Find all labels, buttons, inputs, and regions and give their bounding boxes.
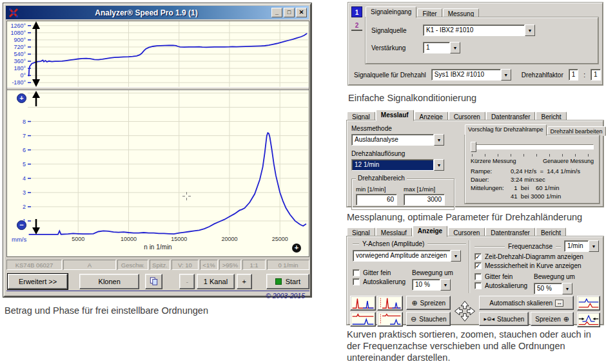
app-icon <box>8 8 19 18</box>
status-low: <1% <box>200 260 218 270</box>
start-button[interactable]: Start <box>266 274 309 289</box>
gitter-fein-right-checkbox[interactable] <box>474 273 482 280</box>
tab-cursoren[interactable]: Cursoren <box>449 111 485 121</box>
footer-divider <box>6 291 309 291</box>
tab-signal[interactable]: Signal <box>347 111 375 121</box>
sort-curves-side-by-side-button[interactable] <box>350 296 376 311</box>
chevron-down-icon[interactable]: ▼ <box>562 283 572 294</box>
tab-messlauf[interactable]: Messlauf <box>376 227 412 237</box>
subtab-bearbeiten[interactable]: Drehzahl bearbeiten <box>547 126 606 136</box>
mittelungen-value-2: 41 bei 3000 1/min <box>511 192 561 200</box>
stauchen-horizontal-button[interactable]: ▸⊖◂ Stauchen <box>479 312 529 326</box>
y-tick-label: 2 <box>23 204 26 210</box>
minimize-icon[interactable]: _ <box>271 8 282 17</box>
chevron-down-icon[interactable]: ▼ <box>525 24 535 36</box>
tab-messlauf[interactable]: Messlauf <box>376 110 414 121</box>
channel-tab-2[interactable]: 2 <box>351 20 362 31</box>
pan-icon[interactable]: + <box>292 244 301 253</box>
tab-datentransfer[interactable]: Datentransfer <box>485 227 535 237</box>
chevron-down-icon[interactable]: ▼ <box>501 69 511 81</box>
ramp-slider[interactable] <box>471 141 594 153</box>
autoskalierung-right-checkbox[interactable] <box>474 282 482 289</box>
tab-bericht[interactable]: Bericht <box>536 227 566 237</box>
spreizen-vertical-button[interactable]: ⊕ Spreizen <box>406 296 451 310</box>
amplitude-y-axis: + − 87654321 <box>7 90 28 235</box>
rampe-value: 0,24 Hz/s = 14,4 1/min/s <box>511 167 580 175</box>
signalquelle-label: Signalquelle <box>371 27 418 34</box>
subtab-vorschlag[interactable]: Vorschlag für Drehzahlrampe <box>465 124 547 136</box>
channel-plus-button[interactable]: + <box>237 274 252 289</box>
messmethode-dropdown[interactable]: Auslaufanalyse ▼ <box>351 134 460 146</box>
messlauf-panel: Signal Messlauf Anzeige Cursoren Datentr… <box>347 110 603 207</box>
bewegung-right-value: 50 % <box>534 283 562 294</box>
gitter-fein-left-checkbox[interactable] <box>353 269 360 276</box>
slider-groove <box>471 144 594 149</box>
messlauf-tabbody: Messmethode Auslaufanalyse ▼ Drehzahlauf… <box>347 120 603 207</box>
stauchen-vertical-button[interactable]: ⊖ Stauchen <box>406 312 451 326</box>
autoskalierung-left-checkbox[interactable] <box>353 278 360 285</box>
slider-thumb[interactable] <box>471 142 476 152</box>
window-titlebar[interactable]: Analyzer® Speed Pro 1.9 (1) _ □ ✕ <box>6 6 309 19</box>
offset-curves-button[interactable] <box>577 296 600 311</box>
messsicherheit-checkbox[interactable]: ✓ <box>474 262 482 269</box>
status-ratio: 1:1 <box>242 260 266 270</box>
channel-tab-1[interactable]: 1 <box>351 6 362 17</box>
tab-bericht[interactable]: Bericht <box>536 111 566 121</box>
stack-curves-with-marker-button[interactable] <box>377 312 403 327</box>
signalquelle-dropdown[interactable]: K1 - IBX2 #1010 ▼ <box>423 24 535 36</box>
chevron-down-icon[interactable]: ▼ <box>589 240 599 252</box>
tab-signal[interactable]: Signal <box>347 227 375 237</box>
bewegung-left-value: 10 % <box>412 279 440 291</box>
signal-tabs: Signaleingang Filter Messung <box>366 6 598 18</box>
compress-frequency-button[interactable] <box>577 312 600 327</box>
chevron-down-icon[interactable]: ▼ <box>434 159 444 171</box>
y-tick-label: 8 <box>23 119 26 125</box>
faktor-a-input[interactable]: 1 <box>569 69 579 81</box>
tab-datentransfer[interactable]: Datentransfer <box>486 111 536 121</box>
bewegung-left-dropdown[interactable]: 10 % ▼ <box>412 279 453 291</box>
zeit-diagramm-checkbox[interactable]: ✓ <box>474 253 482 260</box>
y-achsen-value: vorwiegend Amplitude anzeigen <box>353 250 451 262</box>
erweitert-button[interactable]: Erweitert >> <box>8 274 68 289</box>
channel-minus-button[interactable]: - <box>179 274 195 289</box>
chevron-down-icon[interactable]: ▼ <box>434 134 444 146</box>
zoom-in-icon[interactable]: + <box>17 93 26 103</box>
tab-filter[interactable]: Filter <box>417 8 442 18</box>
verstaerkung-dropdown[interactable]: 1 ▼ <box>423 42 460 53</box>
dauer-label: Dauer: <box>471 175 511 184</box>
pan-arrows-icon[interactable] <box>454 296 476 326</box>
tab-cursoren[interactable]: Cursoren <box>448 227 485 237</box>
aufloesung-dropdown[interactable]: 12 1/min ▼ <box>351 159 460 171</box>
chevron-down-icon[interactable]: ▼ <box>450 42 460 53</box>
close-icon[interactable]: ✕ <box>296 8 307 17</box>
sort-curves-with-marker-button[interactable] <box>377 296 403 311</box>
tab-anzeige[interactable]: Anzeige <box>415 111 448 121</box>
stack-curves-button[interactable] <box>350 312 376 327</box>
amplitude-plot[interactable] <box>28 90 309 235</box>
channel-count-button[interactable]: 1 Kanal <box>197 274 234 289</box>
phase-plot[interactable] <box>28 21 309 87</box>
signal-panel: 1 2 Signaleingang Filter Messung Signalq… <box>348 3 603 85</box>
frequenz-unit-dropdown[interactable]: 1/min ▼ <box>564 240 599 252</box>
drehzahl-quelle-dropdown[interactable]: Sys1 IBX2 #1010 ▼ <box>431 69 511 81</box>
max-input[interactable]: 3000 <box>404 194 445 206</box>
verstaerkung-value: 1 <box>423 42 450 53</box>
copy-button[interactable] <box>145 274 162 289</box>
x-tick-label: 15000 <box>163 236 195 242</box>
phase-y-axis: 1260°1080°900°720°540°360°180°0°-180° <box>7 21 28 87</box>
klonen-button[interactable]: Klonen <box>79 274 139 289</box>
min-input[interactable]: 60 <box>356 194 397 206</box>
tab-anzeige[interactable]: Anzeige <box>413 225 447 237</box>
tab-signaleingang[interactable]: Signaleingang <box>366 6 416 18</box>
bewegung-right-dropdown[interactable]: 50 % ▼ <box>534 283 575 294</box>
auto-skalieren-button[interactable]: Automatisch skalieren ↔ <box>479 296 574 310</box>
chevron-down-icon[interactable]: ▼ <box>451 250 461 262</box>
y-achsen-dropdown[interactable]: vorwiegend Amplitude anzeigen ▼ <box>353 250 466 262</box>
tab-messung[interactable]: Messung <box>443 8 480 18</box>
chevron-down-icon[interactable]: ▼ <box>440 279 451 291</box>
faktor-b-input[interactable]: 1 <box>591 69 601 81</box>
signal-tabbody: Signalquelle K1 - IBX2 #1010 ▼ Verstärku… <box>366 17 598 64</box>
compress-icon: ▸⊖◂ <box>484 316 494 323</box>
maximize-icon[interactable]: □ <box>284 8 295 17</box>
spreizen-horizontal-button[interactable]: Spreizen ⊕ <box>531 312 574 326</box>
